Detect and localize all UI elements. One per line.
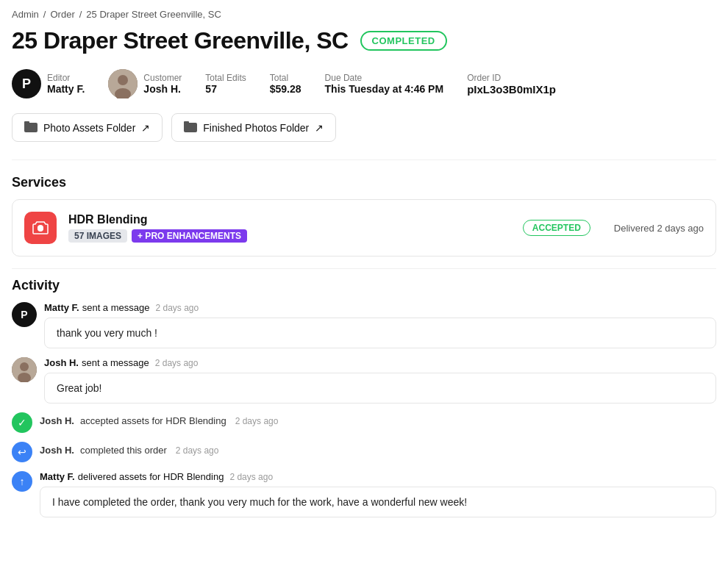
- breadcrumb-order[interactable]: Order: [50, 9, 74, 20]
- activity-content-2: Josh H. sent a message 2 days ago Great …: [44, 357, 716, 404]
- activity-event-4: Josh H. completed this order 2 days ago: [40, 442, 218, 459]
- time-1: 2 days ago: [155, 303, 199, 313]
- action-2: sent a message: [82, 357, 149, 368]
- service-status-badge: ACCEPTED: [523, 220, 590, 236]
- total-value: $59.28: [270, 83, 301, 95]
- status-badge: COMPLETED: [360, 31, 447, 51]
- folder-icon: [24, 121, 38, 135]
- total-edits-label: Total Edits: [205, 73, 246, 83]
- svg-point-8: [38, 226, 43, 232]
- complete-icon: ↩: [12, 442, 32, 462]
- meta-total-edits: Total Edits 57: [205, 73, 246, 95]
- service-icon: [24, 212, 57, 244]
- photo-assets-folder-button[interactable]: Photo Assets Folder ↗: [12, 113, 163, 142]
- action-1: sent a message: [82, 302, 150, 313]
- activity-item-1: P Matty F. sent a message 2 days ago tha…: [12, 302, 716, 348]
- action-3: accepted assets for HDR Blending: [80, 415, 226, 426]
- activity-meta-1: Matty F. sent a message 2 days ago: [44, 302, 716, 313]
- josh-avatar-1: [12, 357, 37, 382]
- service-delivered: Delivered 2 days ago: [614, 223, 704, 234]
- svg-point-1: [118, 75, 128, 85]
- activity-event-3: Josh H. accepted assets for HDR Blending…: [40, 412, 278, 429]
- finished-photos-folder-label: Finished Photos Folder: [203, 122, 309, 134]
- meta-row: P Editor Matty F. Customer Josh H. Total…: [0, 63, 728, 110]
- services-section: Services HDR Blending 57 IMAGES + PRO EN…: [0, 166, 728, 257]
- bubble-2: Great job!: [44, 373, 716, 404]
- total-label: Total: [270, 73, 301, 83]
- actor-5: Matty F.: [40, 471, 75, 482]
- time-2: 2 days ago: [155, 358, 199, 368]
- order-id-value: pIxL3o3B0mIX1p: [467, 83, 556, 96]
- due-date-label: Due Date: [325, 73, 444, 83]
- service-tags: 57 IMAGES + PRO ENHANCEMENTS: [68, 229, 511, 243]
- bubble-1: thank you very much !: [44, 318, 716, 348]
- finished-photos-folder-button[interactable]: Finished Photos Folder ↗: [171, 113, 336, 142]
- activity-meta-2: Josh H. sent a message 2 days ago: [44, 357, 716, 368]
- folder-icon-2: [184, 121, 197, 135]
- meta-customer: Customer Josh H.: [108, 69, 182, 98]
- due-date-value: This Tuesday at 4:46 PM: [325, 83, 444, 95]
- pro-tag: + PRO ENHANCEMENTS: [132, 229, 247, 243]
- matty-avatar-1: P: [12, 302, 37, 327]
- actor-3: Josh H.: [40, 415, 74, 426]
- service-info: HDR Blending 57 IMAGES + PRO ENHANCEMENT…: [68, 213, 511, 243]
- action-5: delivered assets for HDR Blending: [78, 471, 224, 482]
- deliver-icon: ↑: [12, 471, 32, 492]
- breadcrumb-admin[interactable]: Admin: [12, 9, 39, 20]
- photo-assets-folder-label: Photo Assets Folder: [43, 122, 135, 134]
- customer-label: Customer: [143, 73, 182, 83]
- time-3: 2 days ago: [235, 416, 279, 426]
- activity-item-4: ↩ Josh H. completed this order 2 days ag…: [12, 442, 716, 462]
- activity-content-5: Matty F. delivered assets for HDR Blendi…: [40, 471, 716, 517]
- page-title: 25 Draper Street Greenville, SC: [12, 27, 349, 54]
- divider-2: [12, 268, 716, 269]
- service-card: HDR Blending 57 IMAGES + PRO ENHANCEMENT…: [12, 199, 716, 257]
- svg-rect-4: [24, 121, 29, 124]
- activity-item-3: ✓ Josh H. accepted assets for HDR Blendi…: [12, 412, 716, 433]
- check-icon: ✓: [12, 412, 32, 433]
- external-link-icon-2: ↗: [315, 122, 324, 134]
- activity-item-2: Josh H. sent a message 2 days ago Great …: [12, 357, 716, 404]
- bubble-5: I have completed the order, thank you ve…: [40, 487, 716, 517]
- page-header: 25 Draper Street Greenville, SC COMPLETE…: [0, 24, 728, 63]
- meta-editor: P Editor Matty F.: [12, 69, 85, 98]
- meta-total: Total $59.28: [270, 73, 301, 95]
- time-4: 2 days ago: [176, 445, 219, 456]
- customer-name: Josh H.: [143, 83, 182, 95]
- actor-2: Josh H.: [44, 357, 79, 368]
- folder-buttons: Photo Assets Folder ↗ Finished Photos Fo…: [0, 110, 728, 154]
- divider-1: [12, 159, 716, 160]
- activity-item-5: ↑ Matty F. delivered assets for HDR Blen…: [12, 471, 716, 517]
- total-edits-value: 57: [205, 83, 246, 95]
- activity-content-1: Matty F. sent a message 2 days ago thank…: [44, 302, 716, 348]
- editor-avatar: P: [12, 69, 41, 98]
- service-name: HDR Blending: [68, 213, 511, 226]
- order-id-label: Order ID: [467, 73, 556, 83]
- svg-rect-6: [184, 121, 189, 124]
- time-5: 2 days ago: [229, 472, 273, 482]
- breadcrumb: Admin / Order / 25 Draper Street Greenvi…: [0, 0, 728, 24]
- activity-section: Activity P Matty F. sent a message 2 day…: [0, 275, 728, 529]
- services-title: Services: [0, 166, 728, 196]
- breadcrumb-current: 25 Draper Street Greenville, SC: [86, 9, 221, 20]
- meta-due-date: Due Date This Tuesday at 4:46 PM: [325, 73, 444, 95]
- images-tag: 57 IMAGES: [68, 229, 127, 243]
- activity-title: Activity: [12, 278, 716, 293]
- actor-1: Matty F.: [44, 302, 79, 313]
- editor-name: Matty F.: [47, 83, 85, 95]
- activity-meta-5: Matty F. delivered assets for HDR Blendi…: [40, 471, 716, 482]
- meta-order-id: Order ID pIxL3o3B0mIX1p: [467, 73, 556, 96]
- svg-point-10: [20, 362, 29, 371]
- actor-4: Josh H.: [40, 445, 74, 456]
- customer-avatar: [108, 69, 138, 98]
- action-4: completed this order: [80, 445, 167, 456]
- external-link-icon: ↗: [141, 122, 150, 134]
- editor-label: Editor: [47, 73, 85, 83]
